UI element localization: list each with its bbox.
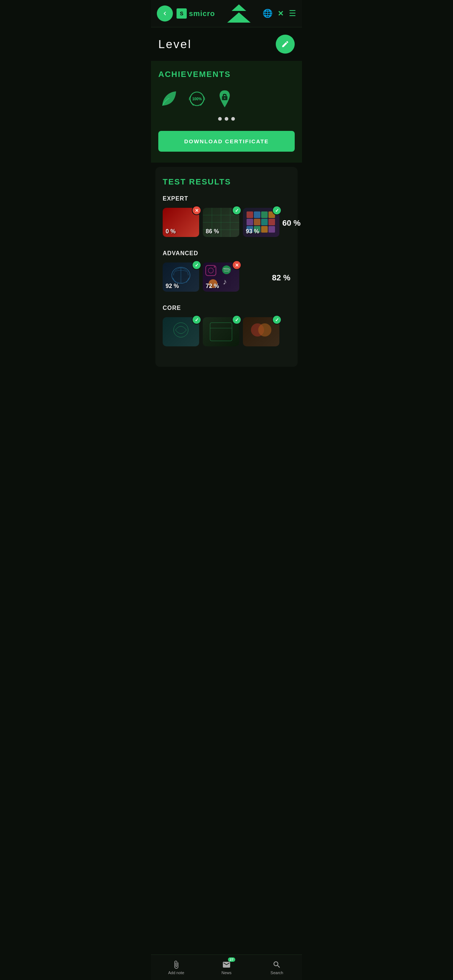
achievements-dots xyxy=(158,117,295,121)
svg-rect-14 xyxy=(247,219,253,225)
paperclip-icon xyxy=(172,960,180,969)
test-card[interactable]: ✓ xyxy=(163,317,199,346)
svg-rect-16 xyxy=(261,219,268,225)
core-cards: ✓ ✓ xyxy=(163,317,290,346)
nav-search-label: Search xyxy=(271,970,283,975)
svg-rect-31 xyxy=(210,323,232,341)
logo-icon: S xyxy=(177,8,187,19)
status-badge-pass: ✓ xyxy=(192,260,201,270)
nav-badge-wrapper: 27 xyxy=(222,960,231,969)
achievement-pin-lock-icon xyxy=(214,88,236,110)
advanced-label: ADVANCED xyxy=(163,250,290,257)
svg-point-34 xyxy=(258,323,271,337)
bottom-nav: Add note 27 News Search xyxy=(151,955,302,980)
svg-rect-21 xyxy=(268,226,275,232)
advanced-cards: 92 % ✓ xyxy=(163,262,239,292)
svg-rect-11 xyxy=(254,212,260,218)
menu-icon[interactable]: ☰ xyxy=(289,9,296,18)
header-center-logo xyxy=(227,5,250,22)
nav-search[interactable]: Search xyxy=(252,955,302,980)
svg-rect-15 xyxy=(254,219,260,225)
svg-rect-12 xyxy=(261,212,268,218)
card-percent: 92 % xyxy=(166,283,179,290)
expert-score: 60 % xyxy=(282,218,301,229)
svg-point-25 xyxy=(208,268,214,273)
edit-button[interactable] xyxy=(276,35,295,54)
search-icon xyxy=(273,960,281,969)
core-block: CORE ✓ xyxy=(163,305,290,346)
expert-label: EXPERT xyxy=(163,196,290,202)
card-percent: 72 % xyxy=(206,283,219,290)
header-right: 🌐 ✕ ☰ xyxy=(263,9,296,18)
nav-add-note-label: Add note xyxy=(168,970,184,975)
status-badge-pass: ✓ xyxy=(272,315,282,325)
test-card[interactable]: 0 % ✕ xyxy=(163,208,199,237)
advanced-cards-row: 92 % ✓ xyxy=(163,262,290,294)
status-badge-pass: ✓ xyxy=(192,315,201,325)
back-button[interactable] xyxy=(157,5,173,22)
triangle-bottom xyxy=(227,13,250,22)
page-title: Level xyxy=(158,38,192,51)
achievement-badge-icon: 100% xyxy=(186,88,208,110)
card-percent: 93 % xyxy=(246,228,259,235)
advanced-block: ADVANCED xyxy=(163,250,290,294)
svg-point-30 xyxy=(174,323,188,337)
globe-icon[interactable]: 🌐 xyxy=(263,9,273,18)
dot-2 xyxy=(225,117,228,121)
status-badge-fail: ✕ xyxy=(232,260,241,270)
svg-rect-17 xyxy=(268,219,275,225)
app-header: S smicro 🌐 ✕ ☰ xyxy=(151,0,302,27)
achievements-title: ACHIEVEMENTS xyxy=(158,70,295,79)
svg-text:♪: ♪ xyxy=(223,277,227,286)
status-badge-pass: ✓ xyxy=(232,205,241,215)
achievements-section: ACHIEVEMENTS 100% xyxy=(151,61,302,162)
card-percent: 0 % xyxy=(166,228,176,235)
svg-point-26 xyxy=(214,266,215,267)
header-left: S smicro xyxy=(157,5,215,22)
x-icon[interactable]: ✕ xyxy=(278,9,284,18)
card-percent: 86 % xyxy=(206,228,219,235)
achievements-icons: 100% xyxy=(158,88,295,110)
achievement-leaf-icon xyxy=(158,88,180,110)
expert-cards-row: 0 % ✕ xyxy=(163,208,290,240)
nav-news[interactable]: 27 News xyxy=(201,955,252,980)
test-card[interactable]: ✓ xyxy=(243,317,279,346)
svg-rect-20 xyxy=(261,226,268,232)
test-results-section: TEST RESULTS EXPERT 0 % ✕ xyxy=(155,167,298,367)
dot-1 xyxy=(218,117,222,121)
test-card[interactable]: ✓ xyxy=(203,317,239,346)
advanced-score: 82 % xyxy=(272,273,290,284)
test-card[interactable]: 86 % ✓ xyxy=(203,208,239,237)
nav-add-note[interactable]: Add note xyxy=(151,955,201,980)
triangle-logo xyxy=(227,5,250,22)
svg-point-3 xyxy=(224,97,225,99)
core-label: CORE xyxy=(163,305,290,311)
test-results-title: TEST RESULTS xyxy=(163,177,290,187)
dot-3 xyxy=(231,117,235,121)
expert-block: EXPERT 0 % ✕ xyxy=(163,196,290,240)
logo-area: S smicro xyxy=(177,8,215,19)
status-badge-fail: ✕ xyxy=(192,205,201,215)
svg-rect-10 xyxy=(247,212,253,218)
test-card[interactable]: 93 % ✓ xyxy=(243,208,279,237)
logo-text: smicro xyxy=(189,10,215,18)
triangle-top xyxy=(231,5,246,11)
download-certificate-button[interactable]: DOWNLOAD CERTIFICATE xyxy=(158,131,295,152)
test-card[interactable]: 92 % ✓ xyxy=(163,262,199,292)
svg-text:100%: 100% xyxy=(192,97,202,101)
status-badge-pass: ✓ xyxy=(232,315,241,325)
expert-cards: 0 % ✕ xyxy=(163,208,279,237)
status-badge-pass: ✓ xyxy=(272,205,282,215)
test-card[interactable]: ♪ 72 % ✕ xyxy=(203,262,239,292)
nav-news-label: News xyxy=(222,970,231,975)
page-title-row: Level xyxy=(151,27,302,61)
news-badge: 27 xyxy=(228,958,235,962)
